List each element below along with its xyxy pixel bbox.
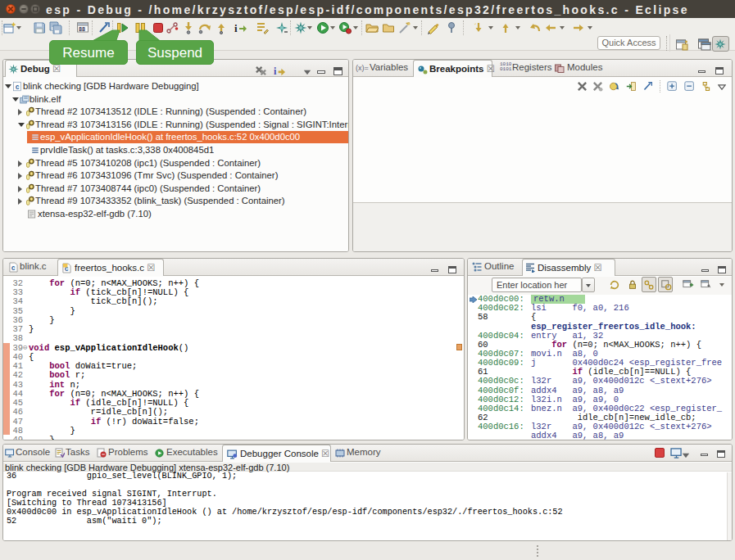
- svg-text:i: i: [274, 65, 277, 77]
- svg-text:c: c: [11, 264, 16, 272]
- svg-text:c: c: [16, 84, 20, 91]
